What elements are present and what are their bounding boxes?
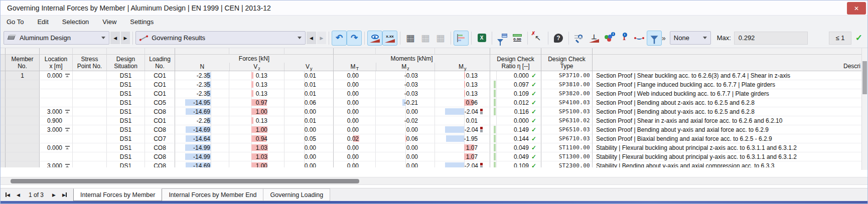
cell-vy[interactable]: 0.01: [284, 71, 334, 80]
cell-member[interactable]: [6, 89, 40, 98]
result-colors-button[interactable]: i: [602, 31, 617, 46]
table-view-2-button[interactable]: ▦: [418, 31, 433, 46]
cell-loading[interactable]: CO1: [145, 80, 175, 89]
table-view-3-button[interactable]: ▦: [433, 31, 448, 46]
help-button[interactable]: ?: [551, 31, 566, 46]
cell-design-ratio[interactable]: 0.097✓: [490, 80, 541, 89]
cell-vy[interactable]: 0.00: [284, 107, 334, 116]
cell-design-situation[interactable]: DS1: [107, 143, 145, 152]
cell-design-situation[interactable]: DS1: [107, 152, 145, 161]
cell-member[interactable]: [6, 125, 40, 134]
show-results-button[interactable]: [367, 31, 382, 46]
previous-table-button[interactable]: ◀: [13, 190, 24, 200]
cell-mz[interactable]: -0.21: [376, 98, 435, 107]
cell-mt[interactable]: 0.00: [334, 116, 376, 125]
cell-mt[interactable]: 0.00: [334, 89, 376, 98]
cell-check-type[interactable]: ST1300.00: [541, 152, 593, 161]
cell-design-ratio[interactable]: 0.049✓: [490, 143, 541, 152]
filter-results-button[interactable]: [647, 31, 662, 46]
cell-design-ratio[interactable]: 0.144✓: [490, 134, 541, 143]
table-row[interactable]: 3.000DS1CO8-14.691.000.000.000.00-2.040.…: [1, 107, 862, 116]
cell-member[interactable]: [6, 98, 40, 107]
cell-stress-point[interactable]: [73, 143, 107, 152]
cell-vy[interactable]: 0.00: [284, 143, 334, 152]
cell-n[interactable]: -2.35: [175, 89, 229, 98]
cell-stress-point[interactable]: [73, 89, 107, 98]
cell-mt[interactable]: 0.00: [334, 107, 376, 116]
cell-my[interactable]: -1.95: [435, 134, 490, 143]
cell-vz[interactable]: 1.00: [229, 161, 284, 167]
cell-mt[interactable]: 0.00: [334, 152, 376, 161]
cell-n[interactable]: -14.99: [175, 152, 229, 161]
table-row[interactable]: DS1CO8-14.991.030.000.000.001.070.049✓ST…: [1, 152, 862, 161]
cell-vz[interactable]: 0.97: [229, 98, 284, 107]
tab-governing-loading[interactable]: Governing Loading: [263, 188, 330, 201]
cell-member[interactable]: [6, 116, 40, 125]
cell-mz[interactable]: 0.00: [376, 143, 435, 152]
vertical-scrollbar-thumb[interactable]: [862, 61, 867, 94]
cell-check-type[interactable]: SP3710.00: [541, 71, 593, 80]
cell-description[interactable]: Section Proof | Biaxial bending and axia…: [593, 134, 862, 143]
decimal-places-button[interactable]: 0.00: [510, 31, 525, 46]
cell-vy[interactable]: 0.00: [284, 161, 334, 167]
result-table-button[interactable]: ▦: [403, 31, 418, 46]
cell-member[interactable]: 1: [6, 71, 40, 80]
cell-vz[interactable]: 1.00: [229, 125, 284, 134]
first-table-button[interactable]: ◀: [3, 190, 13, 200]
cell-mz[interactable]: 0.06: [376, 134, 435, 143]
cell-design-situation[interactable]: DS1: [107, 98, 145, 107]
cell-location[interactable]: 0.000: [40, 143, 73, 152]
table-row[interactable]: 10.000DS1CO1-2.350.130.010.00-0.030.130.…: [1, 71, 862, 80]
cell-mz[interactable]: 0.00: [376, 125, 435, 134]
cell-mt[interactable]: 0.00: [334, 98, 376, 107]
table-row[interactable]: DS1CO1-2.350.130.010.00-0.030.130.109✓SP…: [1, 89, 862, 98]
cell-n[interactable]: -14.64: [175, 134, 229, 143]
cell-loading[interactable]: CO1: [145, 116, 175, 125]
next-result-button[interactable]: ↷: [347, 31, 362, 46]
cell-description[interactable]: Section Proof | Shear buckling acc. to 6…: [593, 71, 862, 80]
cell-stress-point[interactable]: [73, 116, 107, 125]
cell-member[interactable]: [6, 107, 40, 116]
table-row[interactable]: DS1CO1-2.350.130.010.00-0.030.130.097✓SP…: [1, 80, 862, 89]
cell-my[interactable]: 0.96: [435, 98, 490, 107]
cell-description[interactable]: Section Proof | Bending about y-axis and…: [593, 125, 862, 134]
cell-check-type[interactable]: SP6310.02: [541, 116, 593, 125]
cell-design-situation[interactable]: DS1: [107, 89, 145, 98]
cell-stress-point[interactable]: [73, 161, 107, 167]
cell-stress-point[interactable]: [73, 152, 107, 161]
cell-mz[interactable]: -0.02: [376, 116, 435, 125]
design-case-prev-button[interactable]: ◀: [110, 32, 119, 44]
toolbar-overflow-chevron[interactable]: »: [662, 34, 666, 42]
cell-vy[interactable]: 0.05: [284, 134, 334, 143]
cell-location[interactable]: [40, 80, 73, 89]
table-row[interactable]: 3.000DS1CO8-14.691.000.000.000.00-2.040.…: [1, 125, 862, 134]
cell-mt[interactable]: 0.00: [334, 71, 376, 80]
design-case-select[interactable]: Aluminum Design: [4, 31, 109, 45]
cell-description[interactable]: Section Proof | Bending about z-axis acc…: [593, 98, 862, 107]
cell-mt[interactable]: 0.00: [334, 143, 376, 152]
cell-check-type[interactable]: ST1100.00: [541, 143, 593, 152]
cell-n[interactable]: -14.69: [175, 125, 229, 134]
cell-my[interactable]: 1.07: [435, 152, 490, 161]
cell-location[interactable]: 0.900: [40, 116, 73, 125]
cell-mt[interactable]: 0.00: [334, 80, 376, 89]
deselect-button[interactable]: ✗↖: [530, 31, 545, 46]
cell-n[interactable]: -14.99: [175, 143, 229, 152]
results-prev-button[interactable]: ◀: [307, 32, 316, 44]
previous-result-button[interactable]: ↶: [332, 31, 347, 46]
cell-mz[interactable]: 0.00: [376, 161, 435, 167]
table-row[interactable]: 3.000DS1CO8-14.691.000.000.000.00-2.040.…: [1, 161, 862, 167]
cell-design-ratio[interactable]: 0.000✓: [490, 116, 541, 125]
horizontal-scrollbar[interactable]: [1, 177, 868, 185]
cell-mt[interactable]: 0.00: [334, 125, 376, 134]
cell-location[interactable]: 0.000: [40, 71, 73, 80]
cell-vz[interactable]: 0.13: [229, 89, 284, 98]
cell-check-type[interactable]: SP3810.00: [541, 80, 593, 89]
cell-design-ratio[interactable]: 0.109✓: [490, 161, 541, 167]
cell-check-type[interactable]: SP3820.00: [541, 89, 593, 98]
cell-location[interactable]: [40, 98, 73, 107]
last-table-button[interactable]: ▶: [59, 190, 70, 200]
results-next-button[interactable]: ▶: [317, 32, 326, 44]
cell-check-type[interactable]: SP6510.03: [541, 125, 593, 134]
result-on-member-button[interactable]: ⊥: [587, 31, 602, 46]
